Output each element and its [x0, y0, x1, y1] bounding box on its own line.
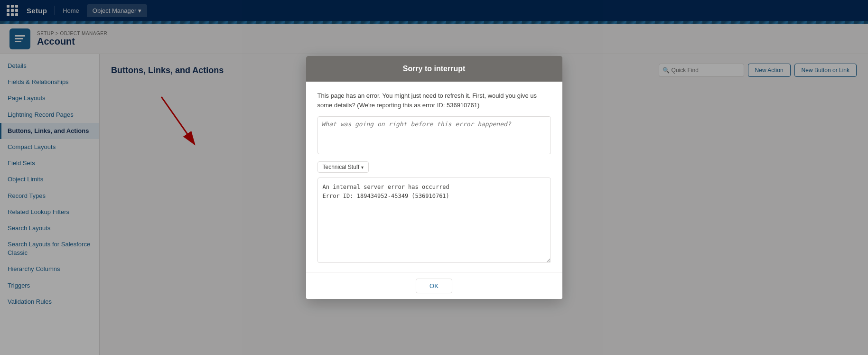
modal-ok-button[interactable]: OK	[416, 279, 452, 293]
technical-stuff-chevron-icon: ▾	[361, 165, 364, 170]
technical-stuff-label: Technical Stuff	[323, 164, 360, 170]
technical-stuff-toggle[interactable]: Technical Stuff ▾	[317, 161, 369, 173]
modal-body: This page has an error. You might just n…	[306, 82, 562, 272]
error-details-box: An internal server error has occurred Er…	[317, 178, 551, 263]
modal-footer: OK	[306, 272, 562, 299]
modal-header: Sorry to interrupt	[306, 56, 562, 82]
error-modal: Sorry to interrupt This page has an erro…	[306, 56, 562, 299]
modal-feedback-textarea[interactable]	[317, 116, 551, 154]
modal-description: This page has an error. You might just n…	[317, 91, 551, 110]
modal-overlay: Sorry to interrupt This page has an erro…	[0, 0, 868, 355]
